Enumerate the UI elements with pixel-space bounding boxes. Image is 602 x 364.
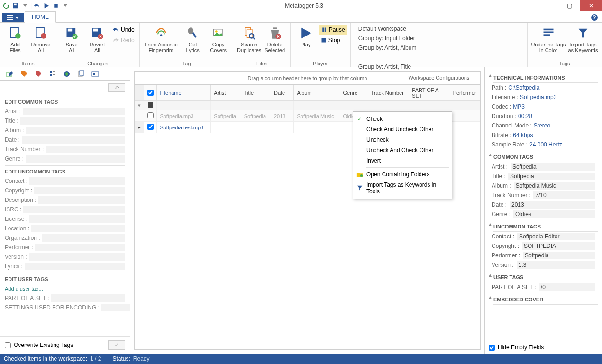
left-tab-5[interactable]	[60, 68, 74, 80]
add-user-tag-link[interactable]: Add a user tag...	[5, 284, 125, 293]
col-artist[interactable]: Artist	[211, 85, 241, 101]
minimize-button[interactable]: —	[537, 0, 558, 11]
help-icon[interactable]: ?	[590, 13, 599, 22]
redo-button[interactable]: Redo	[110, 35, 137, 46]
filter-check[interactable]	[144, 101, 156, 110]
info-value[interactable]: Softpedia Music	[514, 182, 595, 190]
field-input[interactable]	[51, 294, 125, 302]
save-all-button[interactable]: SaveAll	[59, 24, 84, 60]
ws-default[interactable]: Default Workspace	[358, 26, 520, 34]
cell[interactable]: 2013	[271, 110, 294, 122]
field-input[interactable]	[25, 263, 125, 270]
field-input[interactable]	[46, 146, 125, 153]
search-duplicates-button[interactable]: SearchDuplicates	[237, 24, 262, 60]
cell[interactable]	[211, 122, 241, 133]
collapse-icon[interactable]: ▴	[489, 149, 493, 162]
revert-all-button[interactable]: RevertAll	[85, 24, 109, 60]
col-album[interactable]: Album	[294, 85, 340, 101]
col-genre[interactable]: Genre	[340, 85, 368, 101]
col-partofset[interactable]: PART OF A SET	[409, 85, 450, 101]
close-button[interactable]: ✕	[580, 0, 602, 11]
undo-button[interactable]: Undo	[110, 25, 137, 35]
info-value[interactable]: Softpedia	[508, 173, 595, 180]
left-tab-6[interactable]	[74, 68, 88, 80]
ctx-check-uncheck-other[interactable]: Check And Uncheck Other	[354, 124, 451, 135]
copy-covers-button[interactable]: CopyCovers	[206, 24, 231, 60]
cell[interactable]: Softpedia test.mp3	[157, 122, 211, 133]
col-date[interactable]: Date	[271, 85, 294, 101]
cell[interactable]	[294, 122, 340, 133]
field-input[interactable]	[26, 127, 125, 134]
delete-selected-button[interactable]: DeleteSelected	[263, 24, 287, 60]
info-value[interactable]: 2013	[510, 201, 595, 209]
field-input[interactable]	[22, 136, 125, 144]
info-value[interactable]: Oldies	[513, 210, 595, 218]
field-input[interactable]	[38, 196, 125, 204]
left-tab-2[interactable]	[17, 68, 31, 80]
qat-dropdown-icon[interactable]	[21, 1, 29, 10]
field-input[interactable]	[29, 177, 125, 185]
field-input[interactable]	[34, 187, 125, 194]
collapse-icon[interactable]: ▴	[489, 292, 493, 305]
col-tracknum[interactable]: Track Number	[368, 85, 409, 101]
qat-undo-icon[interactable]	[33, 1, 41, 10]
info-value[interactable]: 7/10	[533, 191, 595, 199]
col-title[interactable]: Title	[241, 85, 271, 101]
collapse-icon[interactable]: ▴	[489, 70, 493, 83]
cell[interactable]	[450, 110, 480, 122]
get-lyrics-button[interactable]: GetLyrics	[181, 24, 205, 60]
row-checkbox[interactable]	[144, 122, 156, 133]
info-value[interactable]: /0	[539, 283, 595, 291]
col-filename[interactable]: Filename	[157, 85, 211, 101]
field-input[interactable]	[42, 234, 125, 242]
play-button[interactable]: Play	[293, 24, 318, 60]
info-value[interactable]: SOFTPEDIA	[522, 242, 595, 250]
info-value[interactable]: Softpedia	[523, 252, 595, 259]
import-keywords-button[interactable]: Import Tagsas Keywords	[567, 24, 599, 60]
ws-input-folder[interactable]: Group by: Input Folder	[358, 35, 520, 44]
field-input[interactable]	[23, 206, 125, 213]
file-tab[interactable]	[2, 13, 24, 22]
cell[interactable]: Softpedia	[241, 110, 271, 122]
cell[interactable]	[271, 122, 294, 133]
field-input[interactable]	[20, 117, 125, 125]
acoustic-fingerprint-button[interactable]: From AcousticFingerprint	[143, 24, 180, 60]
cell[interactable]	[241, 122, 271, 133]
field-input[interactable]	[101, 304, 130, 311]
stop-button[interactable]: Stop	[319, 35, 347, 46]
cell[interactable]: Softpedia.mp3	[157, 110, 211, 122]
ctx-invert[interactable]: Invert	[354, 155, 451, 166]
collapse-icon[interactable]: ▴	[489, 270, 493, 282]
cell[interactable]	[450, 122, 480, 133]
maximize-button[interactable]: ▢	[558, 0, 580, 11]
ctx-uncheck[interactable]: Uncheck	[354, 135, 451, 145]
left-tab-7[interactable]	[88, 68, 102, 80]
qat-save-icon[interactable]	[11, 1, 20, 10]
group-by-hint[interactable]: Drag a column header here to group by th…	[134, 71, 481, 84]
field-input[interactable]	[26, 155, 125, 163]
qat-refresh-icon[interactable]	[2, 1, 10, 10]
left-tab-4[interactable]	[46, 68, 60, 80]
ctx-open-folders[interactable]: Open Containing Folders	[354, 169, 451, 180]
pause-button[interactable]: Pause	[319, 25, 347, 35]
home-tab[interactable]: HOME	[25, 11, 56, 23]
add-files-button[interactable]: AddFiles	[3, 24, 27, 60]
remove-all-button[interactable]: RemoveAll	[28, 24, 53, 60]
field-input[interactable]	[29, 215, 125, 223]
left-revert-button[interactable]: ↶	[108, 83, 125, 92]
ctx-check[interactable]: ✓Check	[354, 114, 451, 124]
ctx-uncheck-check-other[interactable]: Uncheck And Check Other	[354, 145, 451, 155]
underline-tags-button[interactable]: Underline Tagsin Color	[530, 24, 566, 60]
filter-icon[interactable]: ▾	[135, 101, 144, 110]
row-checkbox[interactable]	[144, 110, 156, 122]
info-value[interactable]: 1.3	[517, 261, 595, 269]
info-value[interactable]: Softpedia	[511, 163, 595, 171]
qat-more-icon[interactable]	[61, 1, 70, 10]
field-input[interactable]	[31, 225, 125, 232]
check-all-header[interactable]	[144, 85, 156, 101]
info-value[interactable]: Softpedia Editor	[517, 233, 595, 240]
qat-stop-icon[interactable]	[52, 1, 60, 10]
qat-play-icon[interactable]	[42, 1, 51, 10]
cell[interactable]: Softpedia	[211, 110, 241, 122]
ctx-import-keywords[interactable]: Import Tags as Keywords in Tools	[354, 180, 451, 197]
